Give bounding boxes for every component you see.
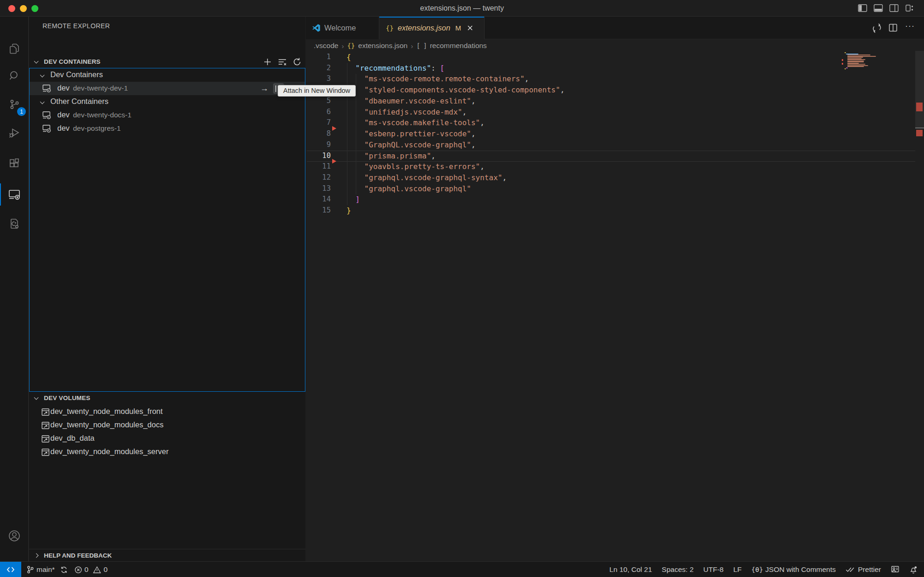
run-debug-icon[interactable] bbox=[0, 120, 29, 146]
code-line[interactable]: 6 "unifiedjs.vscode-mdx", bbox=[306, 107, 915, 118]
dev-container-icon bbox=[42, 124, 52, 133]
editor-more-actions-icon[interactable]: ··· bbox=[905, 21, 916, 30]
add-container-icon[interactable] bbox=[262, 57, 273, 67]
json-braces-icon: {} bbox=[386, 24, 394, 32]
chevron-down-icon bbox=[40, 73, 45, 78]
dev-volume-icon bbox=[41, 435, 50, 443]
array-symbol-icon: [ ] bbox=[416, 42, 426, 49]
notifications-bell-icon[interactable] bbox=[909, 562, 918, 577]
overview-divider bbox=[915, 128, 924, 128]
code-line[interactable]: 14 ] bbox=[306, 194, 915, 205]
modified-badge: M bbox=[456, 24, 462, 32]
remote-explorer-sidebar: REMOTE EXPLORER ··· DEV CONTAINERS Dev C… bbox=[29, 17, 305, 561]
open-changes-icon[interactable] bbox=[872, 23, 883, 32]
status-bar: main* 0 0 Ln 10, Col 21 Spaces: 2 UTF-8 … bbox=[0, 561, 924, 577]
overview-marker bbox=[916, 130, 923, 136]
eol-item[interactable]: LF bbox=[733, 562, 742, 577]
group-dev-containers[interactable]: Dev Containers bbox=[29, 68, 305, 82]
source-control-icon[interactable]: 1 bbox=[0, 91, 29, 118]
code-line[interactable]: 12 "graphql.vscode-graphql-syntax", bbox=[306, 172, 915, 183]
code-line[interactable]: 11 "yoavbls.pretty-ts-errors", bbox=[306, 161, 915, 172]
vscode-logo-icon bbox=[312, 24, 320, 32]
dev-container-icon bbox=[42, 84, 52, 93]
sidebar-title: REMOTE EXPLORER bbox=[43, 22, 110, 30]
volume-row[interactable]: dev_twenty_node_modules_server bbox=[29, 445, 305, 459]
language-mode-item[interactable]: {Ѳ} JSON with Comments bbox=[751, 562, 836, 577]
remote-explorer-icon[interactable] bbox=[0, 181, 29, 208]
close-tab-icon[interactable] bbox=[467, 25, 473, 31]
code-line[interactable]: 5 "dbaeumer.vscode-eslint", bbox=[306, 96, 915, 107]
group-other-containers[interactable]: Other Containers bbox=[29, 95, 305, 109]
code-line[interactable]: 8 "esbenp.prettier-vscode", bbox=[306, 128, 915, 140]
volume-row[interactable]: dev_twenty_node_modules_front bbox=[29, 405, 305, 419]
section-header-dev-volumes[interactable]: DEV VOLUMES bbox=[29, 392, 305, 404]
git-branch-item[interactable]: main* bbox=[26, 562, 68, 577]
feedback-icon[interactable] bbox=[891, 562, 900, 577]
json-braces-icon: {Ѳ} bbox=[751, 566, 763, 573]
code-line[interactable]: 3 "ms-vscode-remote.remote-containers", bbox=[306, 73, 915, 85]
section-header-help-feedback[interactable]: HELP AND FEEDBACK bbox=[29, 549, 305, 561]
toggle-panel-icon[interactable] bbox=[873, 4, 883, 13]
container-config-icon[interactable] bbox=[0, 210, 29, 237]
activity-bar: 1 bbox=[0, 17, 29, 561]
explorer-icon[interactable] bbox=[0, 36, 29, 62]
overview-marker bbox=[916, 103, 923, 111]
container-row-dev-twenty-dev-1[interactable]: dev dev-twenty-dev-1 → bbox=[29, 82, 305, 95]
scrollbar-slider[interactable] bbox=[915, 51, 924, 128]
toggle-secondary-sidebar-icon[interactable] bbox=[889, 4, 899, 13]
code-line[interactable]: 9 "GraphQL.vscode-graphql", bbox=[306, 140, 915, 151]
chevron-down-icon bbox=[34, 59, 39, 64]
formatter-item[interactable]: Prettier bbox=[845, 562, 881, 577]
volume-row[interactable]: dev_db_data bbox=[29, 432, 305, 445]
dev-volume-icon bbox=[41, 408, 50, 416]
toggle-primary-sidebar-icon[interactable] bbox=[857, 4, 868, 13]
title-bar: extensions.json — twenty bbox=[0, 0, 924, 17]
errors-icon bbox=[74, 566, 82, 574]
refresh-icon[interactable] bbox=[292, 57, 302, 67]
attach-container-icon[interactable]: → bbox=[259, 83, 270, 94]
code-line[interactable]: 13 "graphql.vscode-graphql" bbox=[306, 183, 915, 194]
volume-row[interactable]: dev_twenty_node_modules_docs bbox=[29, 419, 305, 432]
cursor-position-item[interactable]: Ln 10, Col 21 bbox=[609, 562, 652, 577]
minimap-marker bbox=[842, 63, 843, 65]
remote-indicator[interactable] bbox=[0, 562, 21, 577]
section-header-dev-containers[interactable]: DEV CONTAINERS bbox=[29, 56, 305, 68]
dev-volume-icon bbox=[41, 448, 50, 456]
breadcrumb-folder[interactable]: .vscode bbox=[314, 42, 338, 50]
json-braces-icon: {} bbox=[347, 42, 355, 49]
minimap-marker bbox=[842, 59, 843, 61]
gutter-marker-icon bbox=[332, 126, 336, 131]
extensions-icon[interactable] bbox=[0, 150, 29, 177]
split-editor-icon[interactable] bbox=[888, 23, 900, 32]
code-line[interactable]: 2 "recommendations": [ bbox=[306, 63, 915, 74]
indentation-item[interactable]: Spaces: 2 bbox=[662, 562, 693, 577]
code-line[interactable]: 15} bbox=[306, 205, 915, 216]
tab-welcome[interactable]: Welcome bbox=[306, 17, 379, 39]
breadcrumb: .vscode › {} extensions.json › [ ] recom… bbox=[306, 40, 924, 52]
editor-tab-bar: Welcome {} extensions.json M ··· bbox=[306, 17, 924, 39]
code-line[interactable]: 1{ bbox=[306, 52, 915, 63]
search-icon[interactable] bbox=[0, 62, 29, 89]
chevron-down-icon bbox=[34, 395, 39, 400]
container-row-dev-twenty-docs-1[interactable]: dev dev-twenty-docs-1 bbox=[29, 109, 305, 122]
warnings-icon bbox=[93, 566, 101, 574]
code-line[interactable]: 4 "styled-components.vscode-styled-compo… bbox=[306, 85, 915, 96]
code-line-current[interactable]: 10 "prisma.prisma", bbox=[306, 151, 915, 162]
tab-extensions-json[interactable]: {} extensions.json M bbox=[379, 17, 485, 39]
container-row-dev-postgres-1[interactable]: dev dev-postgres-1 bbox=[29, 122, 305, 135]
encoding-item[interactable]: UTF-8 bbox=[703, 562, 723, 577]
customize-layout-icon[interactable] bbox=[905, 4, 915, 13]
code-editor[interactable]: 1{ 2 "recommendations": [ 3 "ms-vscode-r… bbox=[306, 52, 924, 561]
minimap[interactable] bbox=[845, 52, 877, 71]
account-icon[interactable] bbox=[0, 522, 29, 549]
breadcrumb-file[interactable]: extensions.json bbox=[358, 42, 407, 50]
gutter-marker-icon bbox=[332, 159, 336, 164]
breadcrumb-symbol[interactable]: recommendations bbox=[430, 42, 486, 50]
overview-ruler[interactable] bbox=[915, 51, 924, 561]
code-line[interactable]: 7 "ms-vscode.makefile-tools", bbox=[306, 117, 915, 128]
scm-badge: 1 bbox=[17, 107, 26, 116]
sync-icon bbox=[60, 566, 68, 574]
filter-list-icon[interactable] bbox=[277, 57, 287, 67]
chevron-right-icon bbox=[34, 553, 39, 558]
problems-item[interactable]: 0 0 bbox=[74, 562, 108, 577]
